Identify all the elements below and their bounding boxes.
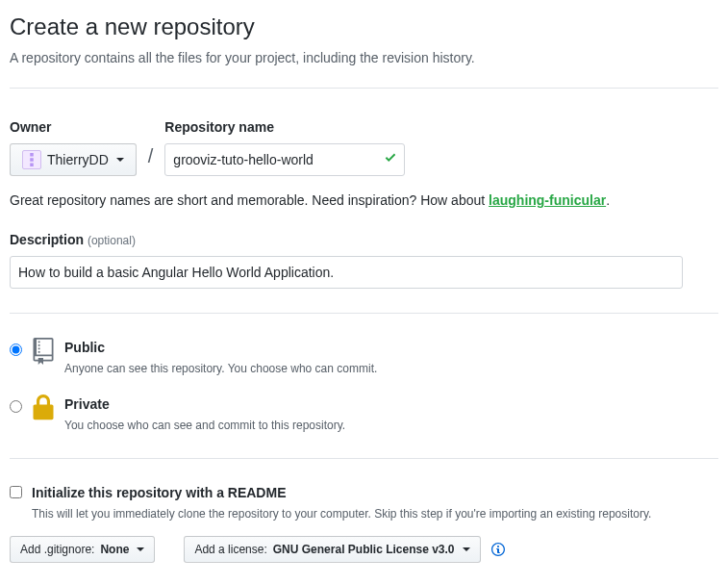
repo-icon <box>32 338 55 370</box>
private-desc: You choose who can see and commit to thi… <box>64 417 345 434</box>
chevron-down-icon <box>463 547 470 551</box>
description-label: Description (optional) <box>10 230 718 250</box>
divider <box>10 458 718 459</box>
description-input[interactable] <box>10 256 683 289</box>
divider <box>10 313 718 314</box>
page-title: Create a new repository <box>10 10 718 44</box>
owner-name: ThierryDD <box>47 150 109 169</box>
page-subtitle: A repository contains all the files for … <box>10 48 718 68</box>
repo-name-input[interactable] <box>164 143 405 176</box>
readme-checkbox[interactable] <box>10 486 22 498</box>
license-select-button[interactable]: Add a license: GNU General Public Licens… <box>184 536 480 563</box>
chevron-down-icon <box>137 547 144 551</box>
readme-title: Initialize this repository with a README <box>32 483 651 503</box>
public-desc: Anyone can see this repository. You choo… <box>64 360 377 377</box>
check-icon <box>384 150 397 170</box>
lock-icon <box>32 394 55 427</box>
chevron-down-icon <box>116 158 124 162</box>
readme-desc: This will let you immediately clone the … <box>32 505 651 522</box>
private-radio[interactable] <box>10 400 22 413</box>
repo-name-hint: Great repository names are short and mem… <box>10 191 718 211</box>
private-title: Private <box>64 394 345 415</box>
owner-label: Owner <box>10 117 137 138</box>
gitignore-select-button[interactable]: Add .gitignore: None <box>10 536 155 563</box>
owner-avatar-icon <box>22 150 41 169</box>
public-title: Public <box>64 338 377 358</box>
repo-name-label: Repository name <box>164 117 405 138</box>
public-radio[interactable] <box>10 343 22 356</box>
name-suggestion-link[interactable]: laughing-funicular <box>489 192 606 208</box>
info-icon[interactable] <box>490 542 506 557</box>
slash-separator: / <box>144 141 158 176</box>
owner-select-button[interactable]: ThierryDD <box>10 143 137 176</box>
divider <box>10 88 718 89</box>
